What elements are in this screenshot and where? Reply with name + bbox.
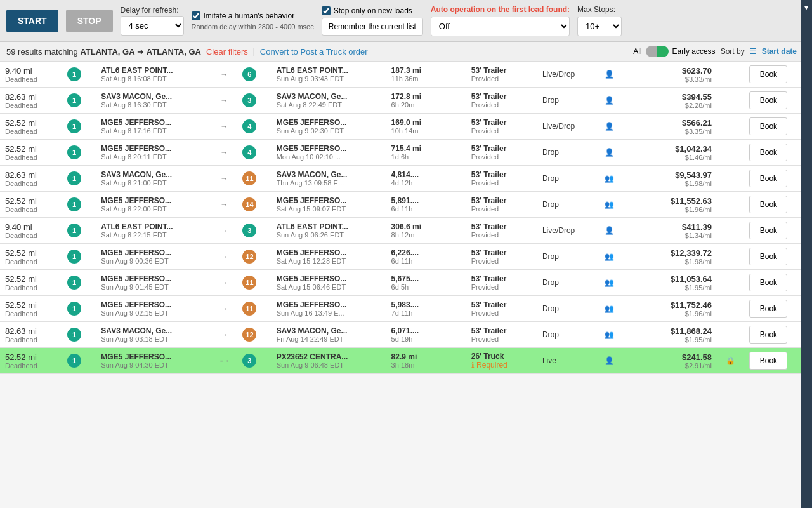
from-location-name: MGE5 JEFFERSO...: [101, 300, 206, 309]
price-per-mi: $1.98/mi: [632, 258, 712, 265]
person-icon: 👤: [605, 226, 614, 235]
trailer-type: 53' Trailer: [471, 144, 532, 153]
person-icon: 👤: [605, 70, 614, 79]
subbar: 59 results matching ATLANTA, GA ➜ ATLANT…: [0, 42, 812, 62]
trailer-sub: Provided: [471, 153, 532, 161]
deadhead-label: Deadhead: [5, 180, 57, 187]
deadhead-cell: 52.52 mi Deadhead: [0, 140, 62, 166]
price-cell: $11,868.24 $1.95/mi: [627, 322, 717, 348]
table-row: 82.63 mi Deadhead 1 SAV3 MACON, Ge... Sa…: [0, 166, 812, 192]
to-location-cell: SAV3 MACON, Ge... Fri Aug 14 22:49 EDT: [272, 322, 386, 348]
from-location-name: MGE5 JEFFERSO...: [101, 196, 206, 205]
stop-button[interactable]: STOP: [66, 10, 113, 32]
to-location-name: ATL6 EAST POINT...: [277, 222, 381, 231]
to-location-name: ATL6 EAST POINT...: [277, 66, 381, 75]
stop-from-badge: 1: [67, 276, 81, 290]
book-button[interactable]: Book: [749, 65, 787, 83]
team-cell: 👤: [599, 348, 627, 374]
stop-new-loads-label: Stop only on new loads: [334, 6, 412, 15]
from-location-cell: MGE5 JEFFERSO... Sun Aug 9 01:45 EDT: [96, 270, 211, 296]
team-cell: 👥: [599, 296, 627, 322]
book-button[interactable]: Book: [749, 196, 787, 213]
price-cell: $9,543.97 $1.98/mi: [627, 166, 717, 192]
deadhead-distance: 9.40 mi: [5, 66, 57, 76]
drop-type-cell: Live: [537, 348, 599, 374]
convert-link[interactable]: Convert to Post a Truck order: [260, 47, 368, 57]
stop-to-cell: 12: [237, 322, 271, 348]
trip-time: 8h 12m: [391, 231, 461, 239]
book-button[interactable]: Book: [749, 170, 787, 187]
clear-filters-link[interactable]: Clear filters: [206, 47, 248, 57]
to-location-cell: MGE5 JEFFERSO... Mon Aug 10 02:10 ...: [272, 140, 386, 166]
stop-to-cell: 11: [237, 166, 271, 192]
to-location-name: MGE5 JEFFERSO...: [277, 248, 381, 257]
delay-select[interactable]: 4 sec 3 sec 5 sec: [121, 16, 184, 36]
remember-button[interactable]: Remember the current list: [322, 18, 423, 36]
deadhead-label: Deadhead: [5, 310, 57, 318]
to-location-time: Sun Aug 9 06:48 EDT: [277, 361, 381, 369]
to-location-time: Sat Aug 15 09:07 EDT: [277, 205, 381, 213]
stop-from-cell: 1: [62, 140, 96, 166]
sort-field[interactable]: Start date: [762, 47, 797, 56]
price-per-mi: $3.33/mi: [632, 76, 712, 83]
to-location-time: Sun Aug 9 03:43 EDT: [277, 75, 381, 83]
deadhead-cell: 9.40 mi Deadhead: [0, 62, 62, 88]
book-button[interactable]: Book: [749, 300, 787, 318]
trip-time: 4d 12h: [391, 179, 461, 187]
price-value: $394.55: [632, 92, 712, 102]
imitate-checkbox[interactable]: [192, 11, 200, 20]
book-button[interactable]: Book: [749, 326, 787, 344]
arrow-icon: →: [211, 140, 237, 166]
auto-select[interactable]: Off Book Alert: [431, 17, 570, 36]
from-location-cell: SAV3 MACON, Ge... Sat Aug 8 21:00 EDT: [96, 166, 211, 192]
right-panel: ▾: [801, 0, 812, 508]
stop-from-cell: 1: [62, 348, 96, 374]
stop-from-cell: 1: [62, 62, 96, 88]
start-button[interactable]: START: [6, 10, 58, 32]
trailer-sub: Provided: [471, 335, 532, 343]
book-button[interactable]: Book: [749, 222, 787, 239]
to-location-cell: SAV3 MACON, Ge... Sat Aug 8 22:49 EDT: [272, 88, 386, 114]
stop-to-cell: 4: [237, 140, 271, 166]
early-access-toggle[interactable]: [646, 46, 669, 57]
stop-to-cell: 4: [237, 114, 271, 140]
trailer-info-cell: 53' Trailer Provided: [466, 62, 537, 88]
lock-placeholder: [717, 244, 744, 270]
imitate-label: Imitate a human's behavior: [204, 11, 295, 20]
price-value: $411.39: [632, 222, 712, 232]
table-row: 82.63 mi Deadhead 1 SAV3 MACON, Ge... Su…: [0, 322, 812, 348]
stop-from-badge: 1: [67, 171, 81, 185]
book-button[interactable]: Book: [749, 117, 787, 135]
book-button[interactable]: Book: [749, 274, 787, 291]
book-button[interactable]: Book: [749, 144, 787, 161]
table-row: 52.52 mi Deadhead 1 MGE5 JEFFERSO... Sun…: [0, 244, 812, 270]
deadhead-cell: 82.63 mi Deadhead: [0, 322, 62, 348]
deadhead-cell: 52.52 mi Deadhead: [0, 114, 62, 140]
maxstops-select[interactable]: 10+ 1 2 3: [577, 17, 622, 36]
trailer-type: 53' Trailer: [471, 274, 532, 283]
stop-new-loads-checkbox[interactable]: [322, 6, 331, 15]
destination: ATLANTA, GA: [147, 47, 201, 57]
lock-placeholder: [717, 62, 744, 88]
team-icon: 👥: [605, 330, 614, 339]
book-button[interactable]: Book: [749, 91, 787, 109]
person-icon: 👤: [605, 356, 614, 365]
trip-time: 5d 19h: [391, 335, 461, 343]
trip-info-cell: 82.9 mi 3h 18m: [386, 348, 466, 374]
lock-placeholder: [717, 218, 744, 244]
trailer-info-cell: 53' Trailer Provided: [466, 270, 537, 296]
trip-time: 6d 11h: [391, 205, 461, 213]
book-button[interactable]: Book: [749, 352, 787, 370]
trailer-type: 53' Trailer: [471, 300, 532, 309]
trailer-type: 53' Trailer: [471, 66, 532, 75]
trailer-sub: Provided: [471, 257, 532, 265]
lock-placeholder: [717, 114, 744, 140]
book-button[interactable]: Book: [749, 248, 787, 265]
trip-distance: 715.4 mi: [391, 144, 461, 153]
table-row: 52.52 mi Deadhead 1 MGE5 JEFFERSO... Sat…: [0, 192, 812, 218]
trip-distance: 6,226....: [391, 248, 461, 257]
stop-to-badge: 3: [242, 224, 256, 237]
results-text: 59 results matching ATLANTA, GA ➜ ATLANT…: [6, 47, 201, 57]
deadhead-distance: 52.52 mi: [5, 352, 57, 362]
stop-from-cell: 1: [62, 166, 96, 192]
